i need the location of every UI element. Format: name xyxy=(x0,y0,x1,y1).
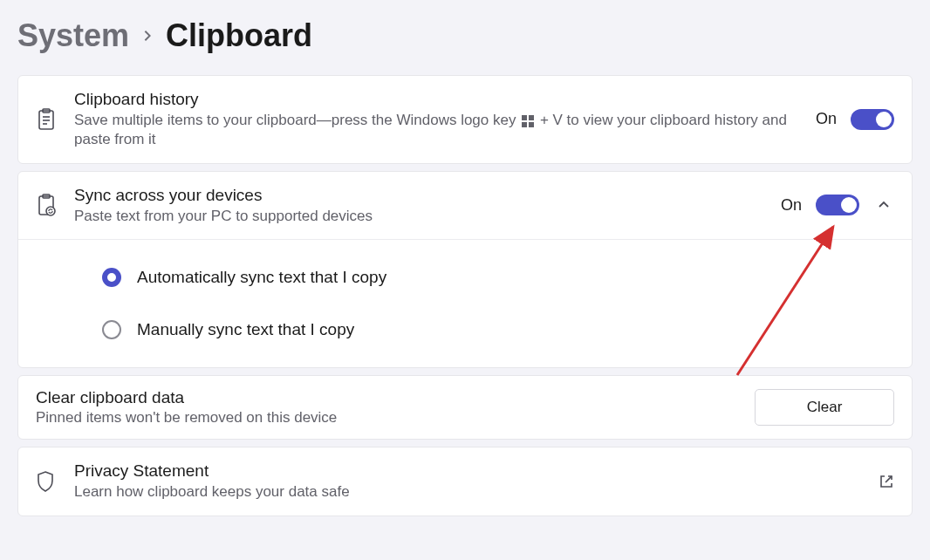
chevron-right-icon xyxy=(141,30,154,42)
clipboard-history-card: Clipboard history Save multiple items to… xyxy=(17,75,913,164)
privacy-desc: Learn how clipboard keeps your data safe xyxy=(74,482,861,502)
history-toggle[interactable] xyxy=(851,109,894,130)
sync-option-auto[interactable]: Automatically sync text that I copy xyxy=(102,268,894,287)
history-title: Clipboard history xyxy=(74,90,798,109)
collapse-button[interactable] xyxy=(873,195,894,215)
breadcrumb-leaf: Clipboard xyxy=(166,17,312,54)
history-toggle-label: On xyxy=(816,110,837,128)
privacy-card[interactable]: Privacy Statement Learn how clipboard ke… xyxy=(17,447,913,516)
sync-options-panel: Automatically sync text that I copy Manu… xyxy=(18,239,912,367)
chevron-up-icon xyxy=(877,198,891,212)
clear-button[interactable]: Clear xyxy=(755,389,894,426)
privacy-title: Privacy Statement xyxy=(74,461,861,481)
svg-line-12 xyxy=(886,476,892,482)
sync-title: Sync across your devices xyxy=(74,186,763,205)
shield-icon xyxy=(36,470,74,493)
sync-desc: Paste text from your PC to supported dev… xyxy=(74,207,763,226)
open-external-icon xyxy=(879,474,894,489)
clipboard-sync-icon xyxy=(36,194,74,216)
svg-rect-7 xyxy=(522,122,527,127)
radio-unselected-icon xyxy=(102,320,121,339)
svg-rect-8 xyxy=(529,122,534,127)
sync-toggle-label: On xyxy=(781,196,802,215)
breadcrumb: System Clipboard xyxy=(17,17,913,54)
clipboard-icon xyxy=(36,108,74,131)
sync-card: Sync across your devices Paste text from… xyxy=(17,171,913,369)
clear-card: Clear clipboard data Pinned items won't … xyxy=(17,375,913,440)
windows-key-icon xyxy=(522,115,534,127)
history-desc: Save multiple items to your clipboard—pr… xyxy=(74,111,798,149)
svg-rect-6 xyxy=(529,115,534,120)
clear-title: Clear clipboard data xyxy=(36,388,755,407)
sync-option-manual[interactable]: Manually sync text that I copy xyxy=(102,320,894,339)
clear-desc: Pinned items won't be removed on this de… xyxy=(36,409,755,427)
sync-option-auto-label: Automatically sync text that I copy xyxy=(137,268,386,287)
sync-option-manual-label: Manually sync text that I copy xyxy=(137,320,354,339)
breadcrumb-root[interactable]: System xyxy=(17,17,129,54)
sync-toggle[interactable] xyxy=(816,195,859,215)
radio-selected-icon xyxy=(102,268,121,287)
svg-point-11 xyxy=(46,207,55,215)
svg-rect-5 xyxy=(522,115,527,120)
